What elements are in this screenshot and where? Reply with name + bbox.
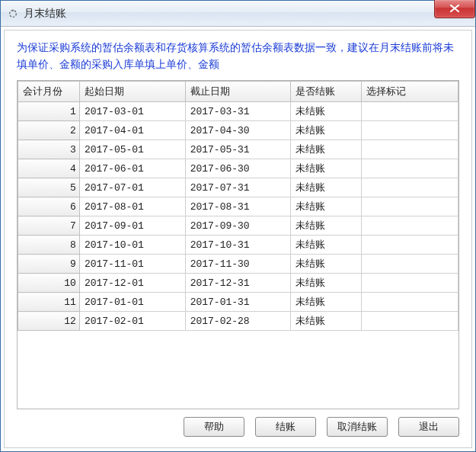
cell-end: 2017-03-31 [185,102,291,121]
close-button[interactable] [434,0,475,18]
cell-month: 5 [18,178,80,197]
cell-end: 2017-08-31 [185,197,291,216]
table-row[interactable]: 102017-12-012017-12-31未结账 [18,274,458,293]
cell-start: 2017-02-01 [79,312,185,331]
cell-month: 11 [18,293,80,312]
cell-start: 2017-05-01 [79,140,185,159]
cell-mark [361,255,458,274]
cell-start: 2017-08-01 [79,197,185,216]
window-title: 月末结账 [24,7,66,21]
cell-status: 未结账 [291,312,361,331]
cell-mark [361,236,458,255]
table-row[interactable]: 42017-06-012017-06-30未结账 [18,159,458,178]
cell-mark [361,293,458,312]
table-row[interactable]: 122017-02-012017-02-28未结账 [18,312,458,331]
cell-mark [361,197,458,216]
content-area: 为保证采购系统的暂估余额表和存货核算系统的暂估余额表数据一致，建议在月末结账前将… [4,30,472,448]
cell-status: 未结账 [291,140,361,159]
cell-month: 2 [18,121,80,140]
col-header-mark[interactable]: 选择标记 [361,82,458,102]
button-bar: 帮助 结账 取消结账 退出 [17,409,459,440]
exit-button[interactable]: 退出 [398,417,459,437]
cell-end: 2017-02-28 [185,312,291,331]
close-account-button[interactable]: 结账 [255,417,316,437]
table-row[interactable]: 72017-09-012017-09-30未结账 [18,216,458,236]
cell-status: 未结账 [291,197,361,216]
cell-status: 未结账 [291,216,361,236]
cell-month: 7 [18,216,80,236]
table-row[interactable]: 22017-04-012017-04-30未结账 [18,121,458,140]
col-header-end[interactable]: 截止日期 [185,82,291,102]
cell-start: 2017-09-01 [79,216,185,236]
cell-status: 未结账 [291,159,361,178]
cell-end: 2017-01-31 [185,293,291,312]
cell-status: 未结账 [291,236,361,255]
cell-start: 2017-06-01 [79,159,185,178]
col-header-month[interactable]: 会计月份 [18,82,80,102]
cell-end: 2017-11-30 [185,255,291,274]
table-row[interactable]: 32017-05-012017-05-31未结账 [18,140,458,159]
cell-status: 未结账 [291,102,361,121]
cell-status: 未结账 [291,178,361,197]
cell-mark [361,121,458,140]
cell-end: 2017-06-30 [185,159,291,178]
cell-mark [361,140,458,159]
cell-end: 2017-09-30 [185,216,291,236]
cell-month: 4 [18,159,80,178]
cell-month: 1 [18,102,80,121]
cell-status: 未结账 [291,121,361,140]
table-row[interactable]: 52017-07-012017-07-31未结账 [18,178,458,197]
title-bar: 月末结账 [1,1,475,27]
cell-month: 6 [18,197,80,216]
cancel-close-button[interactable]: 取消结账 [327,417,388,437]
table-row[interactable]: 82017-10-012017-10-31未结账 [18,236,458,255]
data-grid[interactable]: 会计月份 起始日期 截止日期 是否结账 选择标记 12017-03-012017… [17,80,459,409]
cell-start: 2017-11-01 [79,255,185,274]
window: 月末结账 为保证采购系统的暂估余额表和存货核算系统的暂估余额表数据一致，建议在月… [0,0,476,452]
cell-end: 2017-10-31 [185,236,291,255]
cell-start: 2017-03-01 [79,102,185,121]
cell-start: 2017-07-01 [79,178,185,197]
svg-point-0 [10,10,17,17]
table-row[interactable]: 92017-11-012017-11-30未结账 [18,255,458,274]
cell-mark [361,216,458,236]
cell-end: 2017-07-31 [185,178,291,197]
cell-mark [361,178,458,197]
cell-mark [361,312,458,331]
cell-start: 2017-04-01 [79,121,185,140]
cell-month: 8 [18,236,80,255]
cell-mark [361,102,458,121]
cell-end: 2017-05-31 [185,140,291,159]
table-row[interactable]: 112017-01-012017-01-31未结账 [18,293,458,312]
close-icon [449,3,460,15]
header-row: 会计月份 起始日期 截止日期 是否结账 选择标记 [18,82,458,102]
col-header-status[interactable]: 是否结账 [291,82,361,102]
cell-start: 2017-01-01 [79,293,185,312]
help-button[interactable]: 帮助 [184,417,244,437]
cell-month: 12 [18,312,80,331]
cell-status: 未结账 [291,293,361,312]
cell-end: 2017-12-31 [185,274,291,293]
table-row[interactable]: 62017-08-012017-08-31未结账 [18,197,458,216]
col-header-start[interactable]: 起始日期 [79,82,185,102]
cell-end: 2017-04-30 [185,121,291,140]
month-close-table: 会计月份 起始日期 截止日期 是否结账 选择标记 12017-03-012017… [18,81,458,331]
cell-start: 2017-10-01 [79,236,185,255]
cell-month: 3 [18,140,80,159]
cell-status: 未结账 [291,274,361,293]
cell-month: 9 [18,255,80,274]
cell-mark [361,274,458,293]
cell-mark [361,159,458,178]
app-icon [7,8,19,20]
cell-month: 10 [18,274,80,293]
instruction-text: 为保证采购系统的暂估余额表和存货核算系统的暂估余额表数据一致，建议在月末结账前将… [17,40,459,72]
cell-start: 2017-12-01 [79,274,185,293]
cell-status: 未结账 [291,255,361,274]
table-row[interactable]: 12017-03-012017-03-31未结账 [18,102,458,121]
